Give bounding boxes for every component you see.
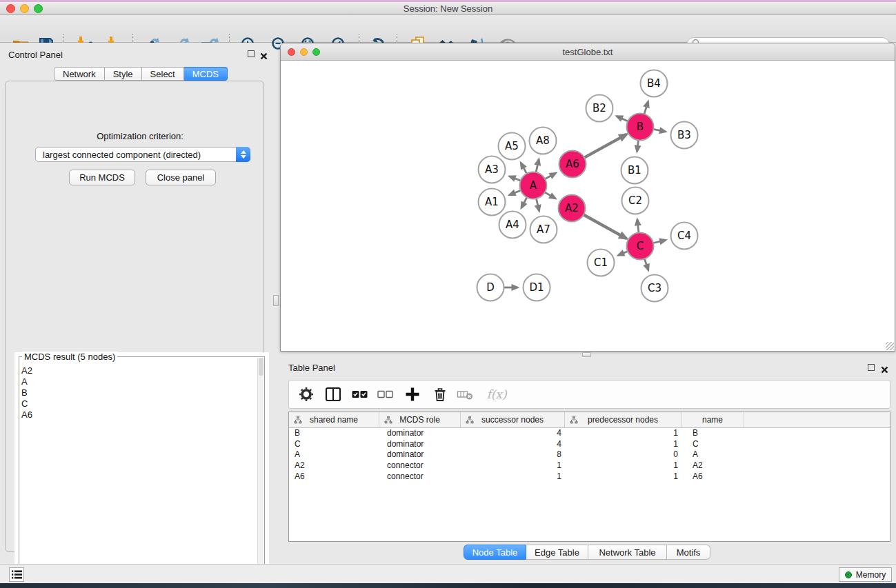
table-cell[interactable]: 1 <box>565 472 681 483</box>
close-table-panel-icon[interactable] <box>881 364 888 372</box>
select-all-icon[interactable] <box>351 386 368 403</box>
close-window-button[interactable] <box>6 4 15 13</box>
graph-node-A6[interactable]: A6 <box>559 151 586 178</box>
table-cell[interactable]: C <box>681 439 744 450</box>
mcds-list-scrollbar[interactable] <box>257 358 263 585</box>
horizontal-splitter-handle[interactable] <box>582 352 591 357</box>
close-panel-icon[interactable] <box>260 50 268 58</box>
memory-button[interactable]: Memory <box>839 567 892 582</box>
table-cell[interactable]: 1 <box>461 472 565 483</box>
graph-node-A[interactable]: A <box>520 172 547 199</box>
table-cell[interactable]: A6 <box>289 472 379 483</box>
zoom-window-button[interactable] <box>34 4 43 13</box>
column-header-predecessor-nodes[interactable]: predecessor nodes <box>565 412 681 427</box>
table-cell[interactable]: connector <box>379 460 461 472</box>
graph-node-C[interactable]: C <box>627 233 654 260</box>
settings-gear-icon[interactable] <box>298 386 315 403</box>
tab-mcds[interactable]: MCDS <box>184 67 228 81</box>
table-cell[interactable]: C <box>289 439 379 450</box>
task-history-button[interactable] <box>9 567 24 582</box>
graph-edge-A-A8[interactable] <box>536 159 539 174</box>
tab-node-table[interactable]: Node Table <box>464 545 526 560</box>
tab-network[interactable]: Network <box>54 67 105 81</box>
graph-edge-A6-B[interactable] <box>583 134 626 159</box>
graph-edge-B-B3[interactable] <box>652 129 666 132</box>
graph-node-A7[interactable]: A7 <box>530 216 557 243</box>
graph-node-B[interactable]: B <box>627 114 654 141</box>
table-row[interactable]: Cdominator41C <box>289 439 890 450</box>
graph-node-A4[interactable]: A4 <box>499 212 526 239</box>
node-table[interactable]: shared name MCDS role successor nodes pr… <box>288 412 890 542</box>
graph-node-C2[interactable]: C2 <box>622 187 649 214</box>
close-panel-button[interactable]: Close panel <box>146 170 216 185</box>
optimization-criterion-select[interactable]: largest connected component (directed) <box>35 147 250 162</box>
table-cell[interactable]: dominator <box>379 449 461 460</box>
table-cell[interactable]: B <box>681 428 744 439</box>
table-cell[interactable]: 4 <box>461 428 565 439</box>
add-row-icon[interactable] <box>404 386 421 403</box>
column-header-successor-nodes[interactable]: successor nodes <box>461 412 565 427</box>
table-cell[interactable]: connector <box>379 472 461 483</box>
mcds-result-item[interactable]: B <box>21 387 255 398</box>
table-cell[interactable]: 4 <box>461 439 565 450</box>
mcds-result-item[interactable]: A <box>21 376 255 387</box>
table-cell[interactable]: B <box>289 428 379 439</box>
deselect-all-icon[interactable] <box>377 386 393 403</box>
graph-node-C1[interactable]: C1 <box>588 250 615 276</box>
table-cell[interactable]: 0 <box>565 449 681 460</box>
mcds-result-item[interactable]: C <box>21 398 255 409</box>
graph-node-A2[interactable]: A2 <box>559 195 586 222</box>
table-cell[interactable]: 1 <box>565 428 681 439</box>
run-mcds-button[interactable]: Run MCDS <box>69 170 135 185</box>
graph-node-A1[interactable]: A1 <box>479 189 506 216</box>
tab-motifs[interactable]: Motifs <box>667 545 710 560</box>
column-header-mcds-role[interactable]: MCDS role <box>379 412 461 427</box>
graph-edge-B-B4[interactable] <box>644 101 648 115</box>
table-row[interactable]: A2connector11A2 <box>289 460 890 472</box>
table-cell[interactable]: 8 <box>461 449 565 460</box>
tab-network-table[interactable]: Network Table <box>588 545 667 560</box>
graph-node-D1[interactable]: D1 <box>524 274 550 301</box>
table-row[interactable]: A6connector11A6 <box>289 472 890 483</box>
split-columns-icon[interactable] <box>325 386 341 403</box>
delete-column-icon[interactable] <box>457 386 473 403</box>
graph-node-A3[interactable]: A3 <box>479 156 506 183</box>
table-cell[interactable]: A <box>289 449 379 460</box>
window-resize-grip[interactable] <box>886 342 894 350</box>
float-table-panel-icon[interactable] <box>868 364 875 371</box>
graph-node-B2[interactable]: B2 <box>586 95 613 122</box>
table-cell[interactable]: A <box>681 449 744 460</box>
table-cell[interactable]: dominator <box>379 439 461 450</box>
network-graph-canvas[interactable]: B4B2BB3A5A8A6B1A3AC2A1A2A4A7C4CC1C3DD1 <box>281 61 895 351</box>
graph-edge-A2-C[interactable] <box>582 214 626 239</box>
graph-edge-A-A7[interactable] <box>536 197 539 211</box>
vertical-splitter-handle[interactable] <box>273 295 279 306</box>
graph-node-A5[interactable]: A5 <box>499 133 526 160</box>
graph-edge-C-C4[interactable] <box>652 240 666 243</box>
function-builder-icon[interactable]: f(x) <box>484 386 509 403</box>
close-network-window-button[interactable] <box>288 48 295 56</box>
graph-node-C4[interactable]: C4 <box>671 223 698 250</box>
table-cell[interactable]: A2 <box>289 460 379 472</box>
minimize-window-button[interactable] <box>20 4 29 13</box>
table-cell[interactable]: A6 <box>681 472 744 483</box>
graph-node-B4[interactable]: B4 <box>641 70 668 97</box>
table-row[interactable]: Bdominator41B <box>289 428 890 439</box>
graph-edge-C-C2[interactable] <box>637 219 639 234</box>
table-cell[interactable]: A2 <box>681 460 744 472</box>
table-body[interactable]: Bdominator41BCdominator41CAdominator80AA… <box>289 428 890 482</box>
graph-edge-A-A6[interactable] <box>544 173 555 180</box>
table-cell[interactable]: 1 <box>565 460 681 472</box>
graph-node-C3[interactable]: C3 <box>641 275 668 302</box>
graph-node-B3[interactable]: B3 <box>671 122 698 149</box>
table-cell[interactable]: 1 <box>461 460 565 472</box>
delete-trash-icon[interactable] <box>432 386 448 403</box>
tab-style[interactable]: Style <box>105 67 142 81</box>
minimize-network-window-button[interactable] <box>300 48 308 56</box>
column-header-name[interactable]: name <box>681 412 744 427</box>
graph-node-B1[interactable]: B1 <box>621 157 648 184</box>
table-cell[interactable]: 1 <box>565 439 681 450</box>
graph-edge-A-A5[interactable] <box>521 163 528 174</box>
tab-select[interactable]: Select <box>142 67 184 81</box>
graph-node-A8[interactable]: A8 <box>530 128 557 154</box>
